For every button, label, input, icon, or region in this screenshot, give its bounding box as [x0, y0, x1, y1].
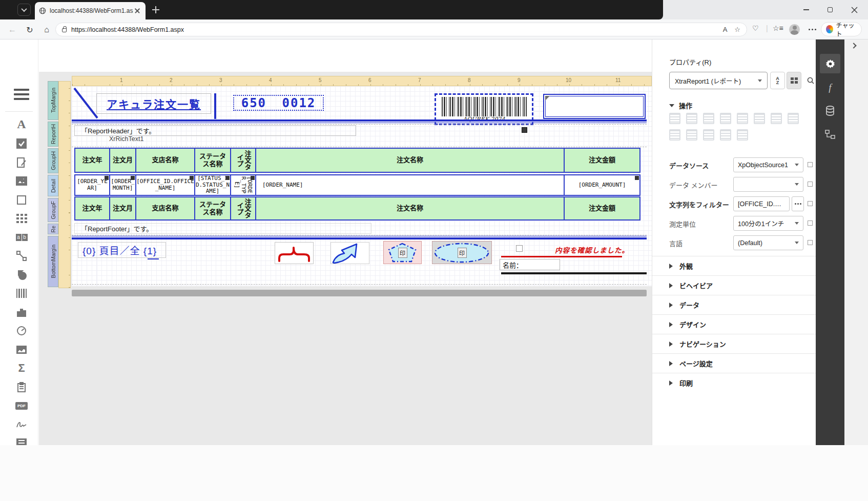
url-text[interactable]: https://localhost:44388/WebForm1.aspx	[71, 26, 716, 33]
clipboard-tool-icon[interactable]	[11, 378, 32, 396]
favorite-star-icon[interactable]: ☆	[734, 26, 740, 33]
new-tab-button[interactable]	[151, 5, 160, 14]
binding-marker[interactable]	[808, 240, 813, 245]
browser-menu-icon[interactable]	[809, 29, 810, 30]
prop-value-datasource[interactable]: XpObjectSource1	[733, 157, 803, 172]
field-cell[interactable]: [STATUS_ID.STATUS_NAME]	[194, 174, 231, 196]
footer-cell[interactable]: 注文年	[74, 196, 110, 221]
line-tool-icon[interactable]	[11, 247, 32, 265]
tab-properties[interactable]	[820, 54, 840, 73]
brace-shape-control[interactable]	[275, 242, 314, 264]
band-tab-reportheader[interactable]: ReportH	[48, 122, 58, 147]
back-button[interactable]: ←	[6, 24, 18, 36]
section-pagesettings[interactable]: ページ設定	[652, 353, 816, 373]
barcode-digits-control[interactable]: 650 0012	[233, 95, 324, 111]
label-tool-icon[interactable]: A	[11, 115, 32, 133]
band-tab-topmargin[interactable]: TopMargin	[48, 81, 58, 120]
picturebox-tool-icon[interactable]	[11, 172, 32, 190]
smart-tag-icon[interactable]	[251, 176, 255, 180]
smart-tag-icon[interactable]	[225, 176, 230, 180]
smart-tag-icon[interactable]	[190, 176, 194, 180]
binding-marker[interactable]	[808, 182, 813, 187]
field-cell[interactable]: [OFFICE_ID.OFFICE_NAME]	[135, 174, 195, 196]
tab-fieldlist[interactable]	[820, 101, 840, 121]
field-cell[interactable]: [ORDER_AMOUNT]	[564, 174, 640, 196]
panel-control[interactable]	[543, 94, 646, 119]
signature-tool-icon[interactable]	[11, 416, 32, 433]
header-cell[interactable]: 注文金額	[564, 148, 640, 173]
sort-az-button[interactable]: AZ	[770, 72, 785, 89]
footer-cell[interactable]: 注文金額	[564, 196, 640, 221]
barcode-tool-icon[interactable]	[11, 285, 32, 302]
binding-marker[interactable]	[808, 162, 813, 167]
read-aloud-icon[interactable]: A	[723, 26, 728, 33]
footer-cell[interactable]: 注文月	[109, 196, 136, 221]
name-field-control[interactable]: 名前：	[500, 259, 560, 270]
reportheader-note-label[interactable]: 「ReportHeader」です。	[74, 125, 356, 136]
field-cell[interactable]: [ORDER_YEAR]	[74, 174, 110, 196]
gauge-tool-icon[interactable]	[11, 322, 32, 339]
stamp-shape-control[interactable]: 印	[383, 241, 422, 264]
refresh-button[interactable]: ↻	[24, 24, 36, 36]
vertical-line-control[interactable]	[214, 93, 216, 119]
menu-button[interactable]	[14, 89, 29, 103]
band-tab-detail[interactable]: Detail	[48, 175, 58, 196]
report-title-label[interactable]: アキュラ注文一覧	[96, 93, 211, 114]
window-minimize-button[interactable]	[794, 0, 818, 19]
field-cell[interactable]: [ORDER_TYPE]	[230, 174, 256, 196]
browser-tab[interactable]: localhost:44388/WebForm1.aspx	[35, 2, 146, 19]
sparkline-tool-icon[interactable]	[11, 341, 32, 358]
tab-report-explorer[interactable]	[820, 125, 840, 144]
favorites-bar-icon[interactable]: ☆≡	[773, 24, 783, 32]
smart-tag-icon[interactable]	[105, 176, 109, 180]
section-data[interactable]: データ	[652, 295, 816, 314]
tab-search-button[interactable]	[17, 4, 31, 16]
browser-essentials-icon[interactable]: ♡	[752, 24, 759, 32]
pdf-tool-icon[interactable]: PDF	[11, 397, 32, 414]
prop-value-datamember[interactable]	[733, 177, 803, 192]
band-tab-groupheader[interactable]: GroupH	[48, 148, 58, 173]
binding-marker[interactable]	[808, 201, 813, 206]
header-cell[interactable]: ステータス名称	[194, 148, 231, 173]
sigma-tool-icon[interactable]: Σ	[11, 359, 32, 377]
smart-tag-icon[interactable]	[635, 176, 639, 180]
shape-tool-icon[interactable]	[11, 266, 32, 284]
window-close-button[interactable]	[842, 0, 866, 19]
footer-cell[interactable]: 注文名称	[255, 196, 565, 221]
richtext-tool-icon[interactable]	[11, 154, 32, 171]
page-info-control[interactable]: {0} 頁目／全 {1}	[78, 242, 166, 258]
band-tab-reportfooter[interactable]: Re	[48, 224, 58, 234]
panel-tool-icon[interactable]	[11, 191, 32, 209]
section-operations[interactable]: 操作	[669, 101, 692, 110]
section-design[interactable]: デザイン	[652, 314, 816, 334]
red-underline-control[interactable]	[501, 256, 622, 257]
reportfooter-note-label[interactable]: 「ReportFooter」です。	[74, 223, 371, 234]
collapse-panel-icon[interactable]	[851, 43, 856, 48]
black-line-control[interactable]	[501, 272, 647, 274]
arrow-shape-control[interactable]	[330, 242, 369, 264]
header-cell[interactable]: 注文タイプ	[230, 148, 256, 173]
richtext-control[interactable]: XrRichText1	[109, 135, 143, 143]
horizontal-scrollbar[interactable]	[72, 290, 647, 296]
url-bar[interactable]: https://localhost:44388/WebForm1.aspx A …	[55, 23, 747, 36]
ellipsis-button[interactable]	[792, 196, 804, 211]
stamp-shape-control[interactable]: 印	[432, 241, 492, 264]
header-cell[interactable]: 注文年	[74, 148, 110, 173]
charactercomb-tool-icon[interactable]: a b	[11, 229, 32, 246]
header-cell[interactable]: 注文名称	[255, 148, 565, 173]
section-behavior[interactable]: ビヘイビア	[652, 275, 816, 295]
footer-cell[interactable]: 注文タイプ	[230, 196, 256, 221]
profile-avatar[interactable]	[789, 24, 800, 35]
confirm-text-label[interactable]: 内容を確認しました。	[555, 245, 647, 255]
prop-value-filterstring[interactable]: [OFFICE_ID.OFFICE_ID] ...	[733, 196, 790, 211]
section-print[interactable]: 印刷	[652, 373, 816, 392]
band-tab-bottommargin[interactable]: BottomMargin	[48, 236, 58, 287]
home-button[interactable]: ⌂	[40, 24, 53, 36]
header-cell[interactable]: 支店名称	[135, 148, 195, 173]
smart-tag-icon[interactable]	[131, 176, 135, 180]
checkbox-tool-icon[interactable]	[11, 135, 32, 152]
separator-line-control[interactable]	[72, 236, 647, 239]
footer-cell[interactable]: ステータス名称	[194, 196, 231, 221]
component-selector[interactable]: XtraReport1 (レポート)	[669, 72, 768, 89]
field-cell[interactable]: [ORDER_MONTH]	[109, 174, 136, 196]
